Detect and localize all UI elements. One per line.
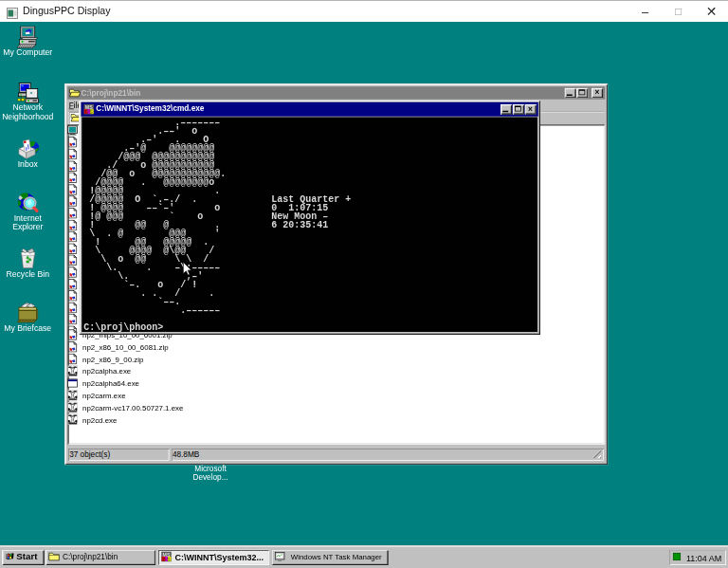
svg-text:DS: DS [162,557,170,562]
svg-text:DS: DS [85,108,93,114]
